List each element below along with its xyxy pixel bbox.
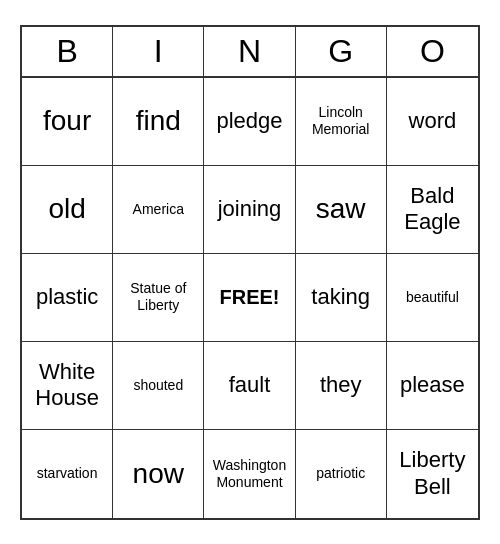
cell-text: Bald Eagle [391, 183, 474, 236]
cell-text: pledge [216, 108, 282, 134]
cell-text: old [48, 192, 85, 226]
bingo-cell: they [296, 342, 387, 430]
cell-text: patriotic [316, 465, 365, 482]
bingo-cell: joining [204, 166, 295, 254]
bingo-cell: find [113, 78, 204, 166]
cell-text: Liberty Bell [391, 447, 474, 500]
cell-text: joining [218, 196, 282, 222]
header-letter: O [387, 27, 478, 76]
cell-text: plastic [36, 284, 98, 310]
cell-text: four [43, 104, 91, 138]
bingo-cell: old [22, 166, 113, 254]
bingo-cell: FREE! [204, 254, 295, 342]
bingo-cell: four [22, 78, 113, 166]
cell-text: please [400, 372, 465, 398]
cell-text: America [133, 201, 184, 218]
bingo-cell: patriotic [296, 430, 387, 518]
cell-text: Washington Monument [208, 457, 290, 491]
bingo-cell: Bald Eagle [387, 166, 478, 254]
bingo-cell: word [387, 78, 478, 166]
cell-text: shouted [133, 377, 183, 394]
cell-text: taking [311, 284, 370, 310]
cell-text: beautiful [406, 289, 459, 306]
bingo-cell: Statue of Liberty [113, 254, 204, 342]
bingo-cell: America [113, 166, 204, 254]
bingo-cell: shouted [113, 342, 204, 430]
bingo-cell: please [387, 342, 478, 430]
bingo-cell: taking [296, 254, 387, 342]
bingo-cell: starvation [22, 430, 113, 518]
bingo-cell: now [113, 430, 204, 518]
cell-text: Statue of Liberty [117, 280, 199, 314]
cell-text: now [133, 457, 184, 491]
cell-text: word [409, 108, 457, 134]
header-letter: G [296, 27, 387, 76]
bingo-cell: pledge [204, 78, 295, 166]
header-letter: B [22, 27, 113, 76]
header-letter: N [204, 27, 295, 76]
cell-text: find [136, 104, 181, 138]
cell-text: starvation [37, 465, 98, 482]
cell-text: they [320, 372, 362, 398]
bingo-cell: plastic [22, 254, 113, 342]
bingo-cell: Washington Monument [204, 430, 295, 518]
bingo-card: BINGO fourfindpledgeLincoln Memorialword… [20, 25, 480, 520]
bingo-cell: fault [204, 342, 295, 430]
header-letter: I [113, 27, 204, 76]
bingo-cell: Lincoln Memorial [296, 78, 387, 166]
bingo-header: BINGO [22, 27, 478, 78]
cell-text: fault [229, 372, 271, 398]
cell-text: FREE! [219, 285, 279, 309]
cell-text: Lincoln Memorial [300, 104, 382, 138]
bingo-cell: Liberty Bell [387, 430, 478, 518]
cell-text: White House [26, 359, 108, 412]
bingo-grid: fourfindpledgeLincoln MemorialwordoldAme… [22, 78, 478, 518]
bingo-cell: saw [296, 166, 387, 254]
cell-text: saw [316, 192, 366, 226]
bingo-cell: White House [22, 342, 113, 430]
bingo-cell: beautiful [387, 254, 478, 342]
